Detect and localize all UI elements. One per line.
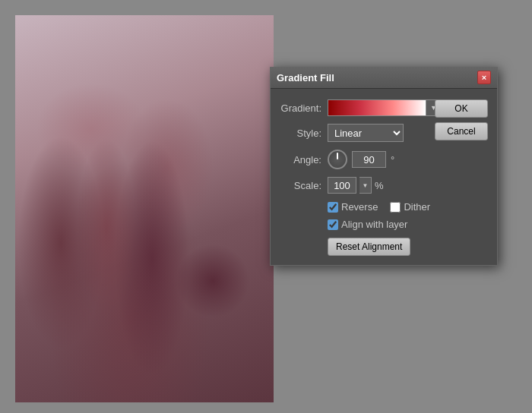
reverse-checkbox-item[interactable]: Reverse: [328, 201, 378, 213]
close-button[interactable]: ×: [477, 71, 491, 84]
reset-btn-wrap: Reset Alignment: [280, 238, 429, 256]
cancel-button[interactable]: Cancel: [435, 122, 488, 140]
scale-percent-symbol: %: [375, 180, 384, 191]
gradient-fill-dialog: Gradient Fill × Gradient: ▼ Style: Linea…: [270, 67, 498, 266]
canvas-image: [15, 15, 274, 402]
scale-wrap: ▼ %: [328, 177, 384, 194]
reset-alignment-button[interactable]: Reset Alignment: [328, 238, 410, 256]
dither-checkbox-item[interactable]: Dither: [390, 201, 430, 213]
align-row: Align with layer: [280, 219, 429, 230]
ok-button[interactable]: OK: [435, 99, 488, 118]
align-label: Align with layer: [341, 219, 407, 230]
scale-input[interactable]: [328, 177, 356, 194]
scale-dropdown-arrow[interactable]: ▼: [359, 177, 372, 194]
angle-wrap: °: [328, 150, 394, 169]
scale-row: Scale: ▼ %: [280, 177, 429, 194]
dither-checkbox[interactable]: [390, 202, 401, 213]
reverse-label: Reverse: [341, 201, 378, 213]
angle-dial[interactable]: [328, 150, 347, 169]
dialog-buttons: OK Cancel: [435, 99, 488, 140]
reverse-checkbox[interactable]: [328, 202, 338, 213]
dialog-titlebar: Gradient Fill ×: [271, 67, 497, 89]
style-select[interactable]: Linear Radial Angle Reflected Diamond: [328, 124, 404, 142]
gradient-label: Gradient:: [280, 102, 321, 114]
angle-row: Angle: °: [280, 150, 429, 169]
angle-input[interactable]: [352, 151, 386, 168]
gradient-preview-wrap: ▼: [328, 99, 442, 116]
scale-label: Scale:: [280, 180, 321, 191]
gradient-row: Gradient: ▼: [280, 99, 429, 116]
angle-degree-symbol: °: [391, 154, 394, 166]
gradient-preview[interactable]: [328, 99, 426, 116]
align-checkbox[interactable]: [328, 219, 338, 230]
reverse-dither-row: Reverse Dither: [280, 201, 429, 213]
angle-label: Angle:: [280, 154, 321, 166]
dialog-title: Gradient Fill: [277, 72, 334, 84]
style-label: Style:: [280, 128, 321, 139]
align-checkbox-item[interactable]: Align with layer: [328, 219, 407, 230]
dither-label: Dither: [404, 201, 430, 213]
style-row: Style: Linear Radial Angle Reflected Dia…: [280, 124, 429, 142]
